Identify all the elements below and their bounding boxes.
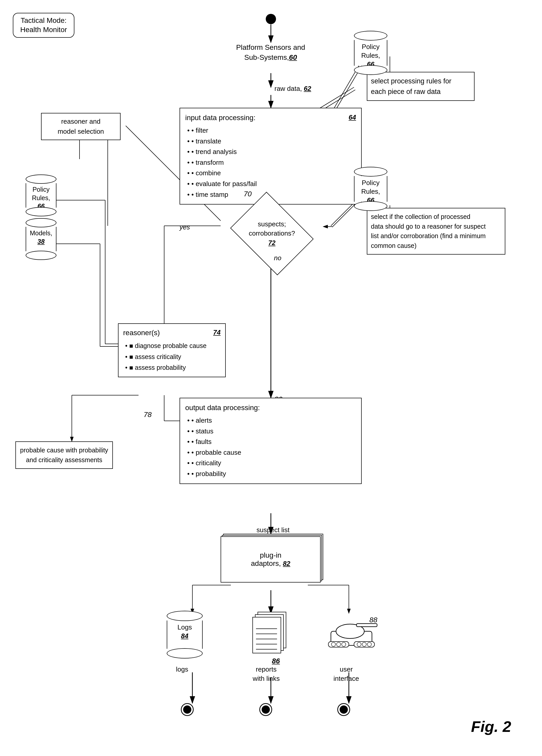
yes-label: yes — [180, 223, 190, 231]
reports-ref: 86 — [272, 657, 280, 665]
reports-icon — [249, 608, 295, 660]
platform-sensors-label: Platform Sensors and Sub-Systems,60 — [236, 42, 305, 62]
end-circle-logs — [181, 703, 194, 716]
label-70: 70 — [244, 190, 252, 198]
raw-data-label: raw data, 62 — [274, 85, 311, 93]
probable-cause-box: probable cause with probabilityand criti… — [15, 441, 113, 469]
end-circle-reports — [259, 703, 272, 716]
svg-point-58 — [342, 642, 346, 646]
reasoners-box: reasoner(s) 74 ■ diagnose probable cause… — [118, 323, 226, 377]
user-interface-tank — [323, 608, 380, 654]
svg-point-56 — [331, 642, 335, 646]
policy-rules-left: PolicyRules,66 — [26, 175, 56, 216]
output-data-processing-box: output data processing: • alerts • statu… — [180, 398, 362, 484]
svg-point-60 — [362, 642, 366, 646]
policy-rules-top: PolicyRules,66 — [354, 31, 387, 75]
diagram-container: Platform Sensors and Sub-Systems,60 raw … — [0, 0, 542, 756]
select-processing-rules-label: select processing rules foreach piece of… — [367, 72, 474, 101]
policy-rules-right2: PolicyRules,66 — [354, 167, 387, 211]
logs-cylinder: Logs 84 — [167, 611, 203, 658]
models-cylinder: Models,38 — [26, 218, 56, 260]
logs-text-label: logs — [176, 665, 188, 674]
reasoner-model-selection-box: reasoner andmodel selection — [41, 113, 121, 140]
suspect-list-label: suspect list — [257, 526, 289, 534]
end-circle-user-interface — [337, 703, 350, 716]
plugin-adaptors-stack: plug-inadaptors, 82 — [221, 536, 320, 583]
select-collection-box: select if the collection of processeddat… — [367, 208, 505, 255]
input-data-processing-box: input data processing: 64 • filter • tra… — [180, 108, 362, 205]
user-interface-text-label: userinterface — [333, 665, 359, 683]
tactical-mode-box: Tactical Mode: Health Monitor — [13, 13, 74, 38]
svg-point-59 — [357, 642, 361, 646]
user-interface-ref: 88 — [369, 616, 377, 624]
suspects-diamond: suspects;corroborations? 72 — [221, 198, 323, 269]
svg-point-57 — [336, 642, 341, 646]
figure-label: Fig. 2 — [471, 718, 511, 735]
svg-rect-45 — [253, 617, 281, 653]
svg-point-61 — [367, 642, 371, 646]
start-node — [266, 14, 276, 24]
label-78: 78 — [144, 411, 152, 419]
reports-text-label: reportswith links — [253, 665, 279, 683]
no-label: no — [274, 254, 281, 262]
